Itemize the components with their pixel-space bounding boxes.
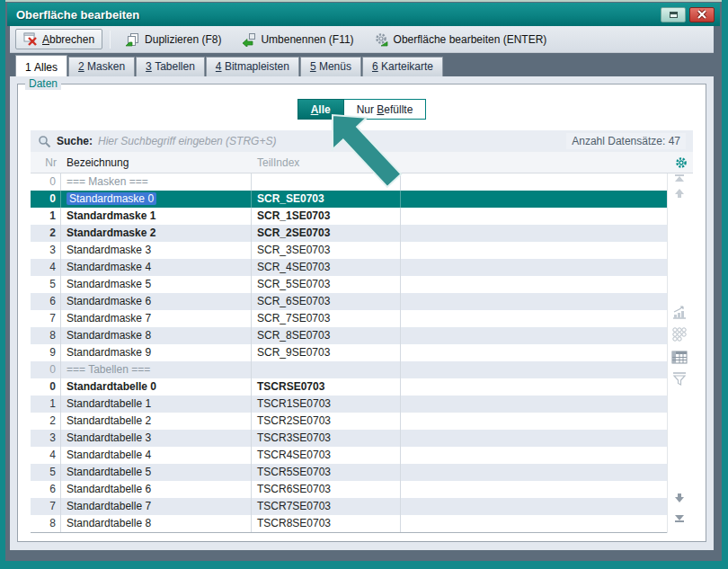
cell-nr: 0 (31, 361, 61, 378)
tab-menus[interactable]: 5 Menüs (300, 57, 361, 76)
table-row[interactable]: 7 Standardmaske 7 SCR_7SE0703 (31, 310, 667, 327)
cell-nr: 4 (31, 259, 61, 276)
tab-bitmapleisten[interactable]: 4 Bitmapleisten (206, 57, 299, 76)
cell-nr: 7 (31, 310, 61, 327)
cell-spacer (401, 413, 667, 430)
cell-bezeichnung: Standardtabelle 8 (61, 515, 252, 532)
table-row[interactable]: 2 Standardtabelle 2 TSCR2SE0703 (31, 413, 667, 430)
cell-nr: 2 (31, 225, 61, 242)
selected-cell-highlight: Standardmaske 0 (67, 192, 156, 205)
table-row[interactable]: 4 Standardtabelle 4 TSCR4SE0703 (31, 447, 667, 464)
cell-bezeichnung: Standardmaske 6 (61, 293, 252, 310)
cell-bezeichnung: Standardtabelle 5 (61, 464, 252, 481)
restore-button[interactable] (661, 7, 686, 22)
cell-bezeichnung: Standardtabelle 7 (61, 498, 252, 515)
cell-teilindex: TSCR1SE0703 (252, 396, 401, 413)
duplicate-button[interactable]: Duplizieren (F8) (118, 30, 228, 49)
tab-alles[interactable]: 1 Alles (15, 55, 67, 77)
matrix-icon[interactable] (671, 326, 688, 342)
previous-record-button[interactable] (675, 189, 684, 198)
cell-nr: 0 (31, 191, 61, 208)
cell-spacer (401, 430, 667, 447)
cell-bezeichnung: Standardtabelle 0 (61, 378, 252, 396)
column-settings-gear-icon[interactable] (675, 156, 688, 169)
table-row[interactable]: 8 Standardmaske 8 SCR_8SE0703 (31, 327, 667, 344)
cell-spacer (401, 515, 667, 532)
last-record-button[interactable] (675, 515, 684, 522)
cell-teilindex: SCR_4SE0703 (252, 259, 401, 276)
table-row[interactable]: 7 Standardtabelle 7 TSCR7SE0703 (31, 498, 667, 515)
cell-bezeichnung: Standardmaske 4 (61, 259, 252, 276)
table-row[interactable]: 0 Standardtabelle 0 TSCRSE0703 (31, 378, 667, 396)
cell-nr: 3 (31, 242, 61, 259)
tab-tabellen[interactable]: 3 Tabellen (136, 57, 205, 76)
rename-button[interactable]: Umbenennen (F11) (234, 30, 360, 49)
window-title: Oberfläche bearbeiten (7, 8, 661, 22)
table-row[interactable]: 5 Standardtabelle 5 TSCR5SE0703 (31, 464, 667, 481)
cell-nr: 8 (31, 327, 61, 344)
cell-spacer (401, 361, 667, 378)
cell-teilindex (252, 361, 401, 378)
column-header-bezeichnung[interactable]: Bezeichnung (61, 156, 252, 169)
table-row[interactable]: 8 Standardtabelle 8 TSCR8SE0703 (31, 515, 667, 532)
cell-bezeichnung: Standardtabelle 6 (61, 481, 252, 498)
cell-spacer (401, 498, 667, 515)
table-row[interactable]: 2 Standardmaske 2 SCR_2SE0703 (31, 225, 667, 242)
cell-bezeichnung: Standardmaske 2 (61, 225, 252, 242)
cell-teilindex: SCR_8SE0703 (252, 327, 401, 344)
table-row[interactable]: 6 Standardmaske 6 SCR_6SE0703 (31, 293, 667, 310)
cell-nr: 0 (31, 173, 61, 191)
cell-bezeichnung: Standardtabelle 3 (61, 430, 252, 447)
column-header-nr[interactable]: Nr (31, 156, 61, 169)
tab-masken[interactable]: 2 Masken (68, 57, 135, 76)
table-row[interactable]: 1 Standardtabelle 1 TSCR1SE0703 (31, 396, 667, 413)
cell-spacer (401, 344, 667, 361)
cell-bezeichnung: Standardmaske 9 (61, 344, 252, 361)
close-icon (697, 9, 707, 20)
cell-bezeichnung: Standardmaske 8 (61, 327, 252, 344)
table-row[interactable]: 5 Standardmaske 5 SCR_5SE0703 (31, 276, 667, 293)
cell-teilindex: TSCRSE0703 (252, 378, 401, 396)
cell-bezeichnung: Standardtabelle 4 (61, 447, 252, 464)
cell-teilindex: TSCR5SE0703 (252, 464, 401, 481)
cancel-button[interactable]: Abbrechen (15, 29, 102, 49)
table-row[interactable]: 3 Standardtabelle 3 TSCR3SE0703 (31, 430, 667, 447)
titlebar: Oberfläche bearbeiten (7, 3, 720, 26)
table-row[interactable]: 3 Standardmaske 3 SCR_3SE0703 (31, 242, 667, 259)
cell-teilindex: SCR_9SE0703 (252, 344, 401, 361)
cell-spacer (401, 481, 667, 498)
cell-bezeichnung: Standardmaske 0 (61, 191, 252, 208)
close-button[interactable] (689, 7, 715, 22)
cell-spacer (401, 310, 667, 327)
toolbar-separator (110, 31, 111, 49)
table-row[interactable]: 6 Standardtabelle 6 TSCR6SE0703 (31, 481, 667, 498)
cell-bezeichnung: Standardmaske 1 (61, 208, 252, 225)
dialog-window: Oberfläche bearbeiten (5, 0, 722, 561)
cell-spacer (401, 242, 667, 259)
next-record-button[interactable] (675, 493, 684, 502)
cell-nr: 3 (31, 430, 61, 447)
search-icon (38, 135, 51, 148)
tab-karteikarte[interactable]: 6 Karteikarte (362, 57, 443, 76)
cell-teilindex: SCR_1SE0703 (252, 208, 401, 225)
edit-surface-button[interactable]: Oberfläche bearbeiten (ENTER) (367, 30, 555, 49)
cell-spacer (401, 396, 667, 413)
cell-nr: 6 (31, 293, 61, 310)
toolbar: Abbrechen Duplizieren (F8) Umbenennen (F… (10, 26, 714, 53)
table-row[interactable]: 1 Standardmaske 1 SCR_1SE0703 (31, 208, 667, 225)
table-row[interactable]: 0 === Tabellen === (31, 361, 667, 378)
table-row[interactable]: 4 Standardmaske 4 SCR_4SE0703 (31, 259, 667, 276)
statistics-icon[interactable] (671, 305, 688, 321)
table-icon[interactable] (671, 350, 688, 366)
cell-nr: 9 (31, 344, 61, 361)
cell-nr: 5 (31, 276, 61, 293)
table-row[interactable]: 9 Standardmaske 9 SCR_9SE0703 (31, 344, 667, 361)
cell-nr: 5 (31, 464, 61, 481)
cell-nr: 8 (31, 515, 61, 532)
cell-spacer (401, 378, 667, 396)
tab-bar: 1 Alles 2 Masken 3 Tabellen 4 Bitmapleis… (10, 53, 714, 76)
duplicate-icon (125, 32, 140, 47)
first-record-button[interactable] (675, 174, 684, 182)
cell-spacer (401, 173, 667, 191)
filter-icon[interactable] (671, 371, 688, 387)
